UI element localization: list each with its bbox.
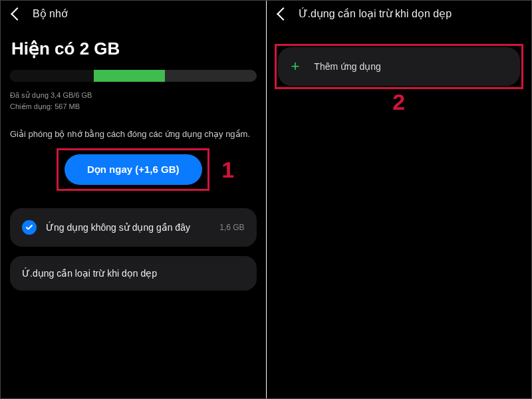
memory-hint: Giải phóng bộ nhớ bằng cách đóng các ứng… — [10, 129, 257, 139]
memory-occupied-line: Chiếm dụng: 567 MB — [10, 101, 257, 112]
add-app-button[interactable]: + Thêm ứng dụng — [278, 47, 521, 86]
memory-stats: Đã sử dụng 3,4 GB/6 GB Chiếm dụng: 567 M… — [10, 90, 257, 112]
memory-bar-used-green — [94, 70, 165, 82]
clean-now-button[interactable]: Dọn ngay (+1,6 GB) — [65, 154, 202, 185]
exclude-screen: Ứ.dụng cần loại trừ khi dọn dẹp + Thêm ứ… — [267, 1, 532, 398]
tutorial-frame: Bộ nhớ Hiện có 2 GB Đã sử dụng 3,4 GB/6 … — [0, 0, 532, 399]
back-icon[interactable] — [11, 7, 24, 21]
unused-apps-card[interactable]: Ứng dụng không sử dụng gần đây 1,6 GB — [10, 208, 257, 247]
annotation-number-1: 1 — [221, 157, 234, 183]
exclude-apps-card[interactable]: Ứ.dụng cần loại trừ khi dọn dẹp — [10, 256, 257, 291]
header-title-right: Ứ.dụng cần loại trừ khi dọn dẹp — [299, 7, 452, 20]
memory-usage-bar — [10, 70, 257, 82]
annotation-number-2: 2 — [392, 89, 405, 115]
add-app-label: Thêm ứng dụng — [314, 61, 381, 72]
memory-available-title: Hiện có 2 GB — [11, 39, 257, 59]
header-title-left: Bộ nhớ — [33, 7, 68, 20]
header-left: Bộ nhớ — [1, 1, 266, 29]
exclude-apps-label: Ứ.dụng cần loại trừ khi dọn dẹp — [22, 268, 245, 279]
memory-bar-used-dark — [10, 70, 94, 82]
back-icon[interactable] — [277, 7, 290, 21]
memory-screen: Bộ nhớ Hiện có 2 GB Đã sử dụng 3,4 GB/6 … — [1, 1, 267, 398]
header-right: Ứ.dụng cần loại trừ khi dọn dẹp — [267, 1, 532, 29]
unused-apps-label: Ứng dụng không sử dụng gần đây — [46, 222, 219, 233]
annotation-box-2: + Thêm ứng dụng 2 — [275, 44, 524, 89]
plus-icon: + — [291, 59, 300, 74]
unused-apps-value: 1,6 GB — [219, 223, 244, 232]
annotation-box-1: Dọn ngay (+1,6 GB) 1 — [57, 148, 209, 191]
memory-content: Hiện có 2 GB Đã sử dụng 3,4 GB/6 GB Chiế… — [1, 29, 266, 291]
memory-usage-line: Đã sử dụng 3,4 GB/6 GB — [10, 90, 257, 101]
check-icon — [22, 220, 37, 235]
